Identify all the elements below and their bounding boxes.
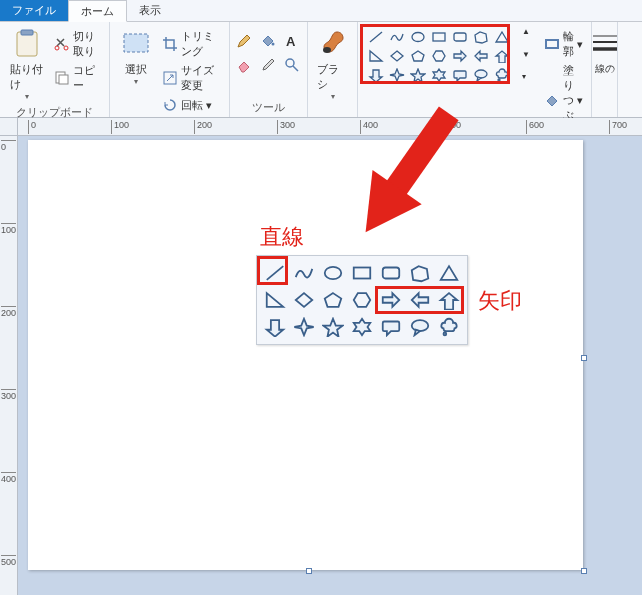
shape-triangle[interactable] <box>492 28 512 46</box>
pencil-tool[interactable] <box>234 30 256 52</box>
canvas-shape-pentagon[interactable] <box>319 287 347 313</box>
paste-button[interactable]: 貼り付け ▾ <box>6 26 48 103</box>
canvas-shape-arrow-u[interactable] <box>435 287 463 313</box>
canvas-shape-diamond[interactable] <box>290 287 318 313</box>
svg-marker-51 <box>323 319 342 337</box>
tab-home[interactable]: ホーム <box>68 0 127 22</box>
svg-rect-5 <box>59 75 68 84</box>
canvas-shape-triangle[interactable] <box>435 260 463 286</box>
shape-arrow-u[interactable] <box>492 47 512 65</box>
ruler-h-tick: 100 <box>111 120 129 134</box>
canvas-shape-star6[interactable] <box>348 314 376 340</box>
canvas-shapes-panel <box>256 255 468 345</box>
tab-file[interactable]: ファイル <box>0 0 68 21</box>
canvas-handle-corner[interactable] <box>581 568 587 574</box>
canvas-shape-arrow-r[interactable] <box>377 287 405 313</box>
shape-roundrect[interactable] <box>450 28 470 46</box>
shapes-expand[interactable]: ▾ <box>520 71 532 82</box>
chevron-down-icon: ▾ <box>331 92 335 101</box>
canvas-shape-right-tri[interactable] <box>261 287 289 313</box>
shape-star5[interactable] <box>408 66 428 84</box>
shape-callout-round[interactable] <box>450 66 470 84</box>
svg-marker-41 <box>441 266 458 280</box>
ruler-v-tick: 300 <box>1 389 16 401</box>
ruler-v-tick: 0 <box>1 140 16 152</box>
canvas-shape-hexagon[interactable] <box>348 287 376 313</box>
shape-right-tri[interactable] <box>366 47 386 65</box>
copy-button[interactable]: コピー <box>52 62 103 94</box>
canvas-shape-curve[interactable] <box>290 260 318 286</box>
shape-curve[interactable] <box>387 28 407 46</box>
select-icon <box>120 28 152 60</box>
canvas-shape-rect[interactable] <box>348 260 376 286</box>
svg-line-36 <box>267 266 284 280</box>
resize-icon <box>162 70 178 86</box>
shape-pentagon[interactable] <box>408 47 428 65</box>
outline-label: 輪郭 <box>563 29 574 59</box>
shapes-gallery[interactable] <box>364 26 514 86</box>
canvas-shape-oval[interactable] <box>319 260 347 286</box>
canvas-shape-arrow-d[interactable] <box>261 314 289 340</box>
outline-button[interactable]: 輪郭 ▾ <box>542 28 585 60</box>
workspace: 0100200300400500600700 0100200300400500 … <box>0 118 642 595</box>
svg-marker-44 <box>325 293 342 307</box>
shape-rect[interactable] <box>429 28 449 46</box>
svg-marker-20 <box>412 51 424 61</box>
shape-callout-oval[interactable] <box>471 66 491 84</box>
picker-tool[interactable] <box>258 54 280 76</box>
svg-rect-1 <box>21 30 33 35</box>
canvas-shape-star5[interactable] <box>319 314 347 340</box>
svg-point-10 <box>286 59 294 67</box>
shape-oval[interactable] <box>408 28 428 46</box>
canvas-shape-callout-round[interactable] <box>377 314 405 340</box>
resize-button[interactable]: サイズ変更 <box>160 62 223 94</box>
tab-bar: ファイル ホーム 表示 <box>0 0 642 22</box>
shape-callout-cloud[interactable] <box>492 66 512 84</box>
shape-star4[interactable] <box>387 66 407 84</box>
text-tool[interactable]: A <box>282 30 304 52</box>
canvas-shape-callout-cloud[interactable] <box>435 314 463 340</box>
svg-marker-28 <box>433 69 445 81</box>
svg-marker-50 <box>294 319 313 336</box>
shape-line[interactable] <box>366 28 386 46</box>
rotate-button[interactable]: 回転 ▾ <box>160 96 223 114</box>
canvas-shapes-gallery[interactable] <box>261 260 463 340</box>
canvas-shape-arrow-l[interactable] <box>406 287 434 313</box>
shape-polygon[interactable] <box>471 28 491 46</box>
canvas-shape-roundrect[interactable] <box>377 260 405 286</box>
eraser-tool[interactable] <box>234 54 256 76</box>
bucket-icon <box>260 33 276 49</box>
canvas-handle-bottom[interactable] <box>306 568 312 574</box>
shapes-scroll-down[interactable]: ▼ <box>520 49 532 60</box>
svg-point-53 <box>412 320 429 331</box>
shape-star6[interactable] <box>429 66 449 84</box>
cut-button[interactable]: 切り取り <box>52 28 103 60</box>
canvas[interactable]: 直線 矢印 <box>28 140 583 570</box>
brush-button[interactable]: ブラシ ▾ <box>313 26 353 103</box>
shape-arrow-d[interactable] <box>366 66 386 84</box>
shape-hexagon[interactable] <box>429 47 449 65</box>
fill-tool[interactable] <box>258 30 280 52</box>
svg-marker-40 <box>412 266 429 281</box>
chevron-down-icon: ▾ <box>577 38 583 51</box>
tab-view[interactable]: 表示 <box>127 0 173 21</box>
canvas-shape-polygon[interactable] <box>406 260 434 286</box>
shape-diamond[interactable] <box>387 47 407 65</box>
pencil-icon <box>236 33 252 49</box>
shapes-scroll-up[interactable]: ▲ <box>520 26 532 37</box>
canvas-shape-star4[interactable] <box>290 314 318 340</box>
copy-icon <box>54 70 70 86</box>
canvas-shape-callout-oval[interactable] <box>406 314 434 340</box>
crop-button[interactable]: トリミング <box>160 28 223 60</box>
shape-arrow-r[interactable] <box>450 47 470 65</box>
ruler-v-tick: 400 <box>1 472 16 484</box>
group-brushes-label <box>314 113 351 115</box>
canvas-handle-right[interactable] <box>581 355 587 361</box>
zoom-tool[interactable] <box>282 54 304 76</box>
annotation-line-label: 直線 <box>260 222 304 252</box>
canvas-shape-line[interactable] <box>261 260 289 286</box>
shape-arrow-l[interactable] <box>471 47 491 65</box>
svg-marker-16 <box>475 32 487 43</box>
select-button[interactable]: 選択 ▾ <box>116 26 156 88</box>
svg-marker-48 <box>441 293 458 310</box>
